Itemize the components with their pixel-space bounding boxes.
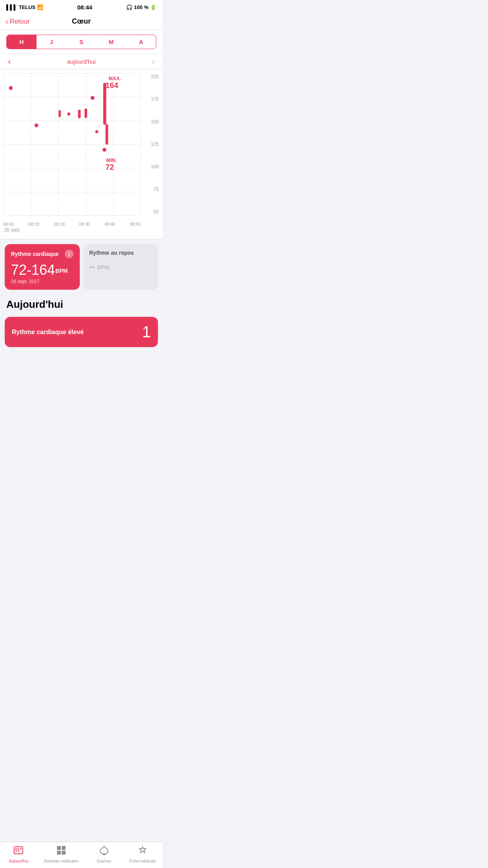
svg-rect-4	[78, 110, 81, 118]
heart-rate-chart: MAX. 164 MIN. 72 08:00 08:10 08:20 08:30…	[0, 69, 163, 239]
chart-date-label: 26 sept.	[0, 226, 163, 235]
battery-icon: 🔋	[150, 4, 156, 10]
x-label-0810: 08:10	[28, 222, 39, 226]
svg-point-6	[91, 96, 95, 100]
repos-card-value: -- BPM	[89, 261, 152, 272]
next-date-button[interactable]: ›	[152, 57, 155, 67]
current-date-label: aujourd'hui	[67, 58, 96, 65]
today-card-value: 1	[142, 323, 151, 341]
rythme-cardiaque-card[interactable]: Rythme cardiaque i 72-164BPM 26 sept. 20…	[5, 244, 80, 290]
period-tabs-section: H J S M A	[0, 30, 163, 54]
repos-card-title-label: Rythme au repos	[89, 250, 134, 256]
rythme-card-value: 72-164BPM	[11, 263, 73, 277]
tab-a[interactable]: A	[126, 35, 156, 49]
status-battery: 🎧 100 % 🔋	[126, 4, 156, 10]
rythme-card-title-label: Rythme cardiaque	[11, 251, 59, 257]
rythme-info-button[interactable]: i	[65, 250, 73, 258]
today-card[interactable]: Rythme cardiaque élevé 1	[5, 317, 158, 347]
svg-rect-5	[84, 108, 87, 118]
prev-date-button[interactable]: ‹	[8, 57, 11, 67]
rythme-repos-card[interactable]: Rythme au repos -- BPM	[83, 244, 158, 290]
y-label-75: 75	[141, 187, 159, 192]
back-chevron-icon: ‹	[6, 17, 8, 26]
today-section: Aujourd'hui	[0, 294, 163, 313]
x-label-0830: 08:30	[79, 222, 90, 226]
y-label-100: 100	[141, 164, 159, 169]
x-label-0820: 08:20	[54, 222, 65, 226]
svg-rect-2	[59, 110, 61, 117]
svg-point-1	[35, 123, 39, 127]
status-carrier: ▌▌▌ TELUS 📶	[6, 4, 43, 10]
status-bar: ▌▌▌ TELUS 📶 08:44 🎧 100 % 🔋	[0, 0, 163, 14]
tab-m[interactable]: M	[96, 35, 126, 49]
page-title: Cœur	[72, 17, 91, 26]
repos-card-title-row: Rythme au repos	[89, 250, 152, 256]
y-label-175: 175	[141, 96, 159, 102]
chart-svg: MAX. 164 MIN. 72	[3, 73, 141, 215]
date-nav: ‹ aujourd'hui ›	[0, 54, 163, 69]
y-label-125: 125	[141, 142, 159, 147]
period-tab-row: H J S M A	[6, 35, 156, 49]
today-card-label: Rythme cardiaque élevé	[12, 329, 84, 336]
svg-point-0	[9, 86, 13, 90]
y-label-50: 50	[141, 209, 159, 215]
headphone-icon: 🎧	[126, 4, 132, 10]
x-label-0850: 08:50	[130, 222, 141, 226]
tab-h[interactable]: H	[7, 35, 37, 49]
rythme-card-date: 26 sept. 2017	[11, 279, 73, 284]
svg-text:72: 72	[106, 163, 114, 171]
signal-icon: ▌▌▌	[6, 4, 17, 10]
nav-bar: ‹ Retour Cœur	[0, 14, 163, 30]
svg-point-3	[67, 112, 70, 116]
metric-cards-row: Rythme cardiaque i 72-164BPM 26 sept. 20…	[0, 239, 163, 294]
svg-point-7	[95, 130, 98, 133]
tab-s[interactable]: S	[66, 35, 96, 49]
today-heading: Aujourd'hui	[6, 298, 156, 311]
tab-j[interactable]: J	[37, 35, 66, 49]
status-time: 08:44	[77, 4, 92, 11]
back-button[interactable]: ‹ Retour	[6, 17, 30, 26]
y-label-150: 150	[141, 119, 159, 125]
svg-point-10	[103, 148, 106, 152]
wifi-icon: 📶	[37, 4, 43, 10]
y-label-200: 200	[141, 74, 159, 79]
x-label-0800: 08:00	[3, 222, 14, 226]
x-label-0840: 08:40	[105, 222, 116, 226]
rythme-card-title-row: Rythme cardiaque i	[11, 250, 73, 258]
svg-rect-9	[106, 124, 108, 145]
svg-text:164: 164	[106, 81, 118, 90]
